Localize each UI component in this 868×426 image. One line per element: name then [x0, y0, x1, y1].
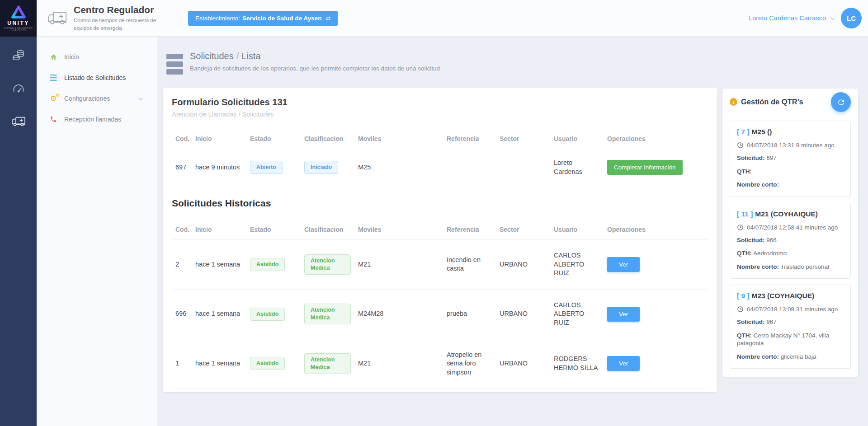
- cell-moviles: M21: [354, 339, 443, 389]
- column-header: Estado: [246, 221, 301, 240]
- table-row: 2 hace 1 semana Asistido Atencion Medica…: [172, 240, 708, 290]
- cell-usuario: Loreto Cardenas: [550, 149, 604, 186]
- breadcrumb-primary[interactable]: Solicitudes: [190, 51, 234, 61]
- column-header: Inicio: [192, 131, 246, 149]
- breadcrumb: Solicitudes/Lista Bandeja de solicitudes…: [166, 51, 440, 75]
- qtr-name: M25 (): [752, 128, 772, 136]
- cell-usuario: CARLOS ALBERTO RUIZ: [550, 240, 604, 290]
- nombre-corto-label: Nombre corto:: [737, 353, 779, 360]
- app-brand: Centro Regulador Control de tiempos de r…: [37, 5, 170, 32]
- clock-icon: [737, 224, 744, 231]
- avatar[interactable]: LC: [841, 8, 862, 28]
- table-row: 1 hace 1 semana Asistido Atencion Medica…: [172, 339, 708, 389]
- column-header: Estado: [246, 131, 301, 149]
- logo-text: UNITY: [7, 20, 29, 26]
- nombre-corto-value: Traslado personal: [781, 263, 830, 270]
- qtr-timestamp: 04/07/2018 13:09 31 minutes ago: [747, 306, 838, 313]
- cell-cod: 1: [172, 339, 192, 389]
- cell-moviles: M24M28: [354, 289, 443, 339]
- qth-label: QTH:: [737, 250, 752, 257]
- rail-gauge-icon[interactable]: [0, 80, 37, 98]
- classification-badge: Atencion Medica: [304, 254, 351, 275]
- solicitud-label: Solicitud:: [737, 237, 765, 243]
- complete-info-button[interactable]: Completar Información: [607, 160, 683, 175]
- qtr-panel-title: Gestión de QTR's: [741, 98, 803, 106]
- column-header: Usuario: [550, 221, 604, 240]
- table-row: 697 hace 9 minutos Abierto Iniciado M25 …: [172, 149, 708, 186]
- column-header: Moviles: [354, 131, 443, 149]
- establishment-badge[interactable]: Establecimiento: Servicio de Salud de Ay…: [188, 11, 338, 26]
- view-button[interactable]: Ver: [607, 356, 640, 371]
- qth-label: QTH:: [737, 168, 752, 175]
- home-icon: [48, 53, 58, 61]
- cell-usuario: CARLOS ALBERTO RUIZ: [550, 289, 604, 339]
- cell-cod: 2: [172, 240, 192, 290]
- qtr-count: [ 7 ]: [737, 128, 750, 136]
- cell-referencia: prueba: [443, 289, 496, 339]
- logo-subtext: SISTEMAS DE GESTIÓN UNIFICADOS: [0, 27, 37, 32]
- historic-solicitudes-table: Cod. Inicio Estado Clasificacion Moviles…: [172, 221, 708, 389]
- cell-inicio: hace 1 semana: [192, 240, 246, 290]
- list-icon: [48, 75, 58, 81]
- column-header: Clasificacion: [301, 221, 354, 240]
- classification-badge: Atencion Medica: [304, 304, 351, 324]
- main-content: Solicitudes/Lista Bandeja de solicitudes…: [157, 37, 868, 426]
- cell-referencia: Incendio en casita: [443, 240, 496, 290]
- rail-divider: [12, 105, 25, 105]
- view-button[interactable]: Ver: [607, 257, 640, 272]
- refresh-button[interactable]: [831, 92, 851, 112]
- cell-inicio: hace 1 semana: [192, 339, 246, 389]
- form-title: Formulario Solicitudes 131: [172, 97, 708, 108]
- phone-icon: [48, 116, 58, 123]
- qtr-count: [ 11 ]: [737, 210, 753, 218]
- sidebar-item-label: Recepción llamadas: [64, 116, 121, 123]
- history-title: Solicitudes Historicas: [172, 198, 708, 209]
- breadcrumb-separator: /: [236, 51, 239, 61]
- sidebar-item-recepcion-llamadas[interactable]: Recepción llamadas: [37, 109, 157, 130]
- rail-divider: [12, 72, 25, 72]
- column-header: Referencia: [443, 221, 496, 240]
- app-title: Centro Regulador: [74, 5, 170, 15]
- breadcrumb-description: Bandeja de solicitudes de los operarios,…: [190, 65, 440, 72]
- cell-sector: URBANO: [496, 240, 550, 290]
- solicitud-label: Solicitud:: [737, 154, 765, 161]
- rail-ambulance-icon[interactable]: [0, 112, 37, 131]
- gears-icon: ⚙⚙: [48, 95, 58, 103]
- sidebar-item-inicio[interactable]: Inicio: [37, 47, 157, 67]
- sidebar-item-configuraciones[interactable]: ⚙⚙ Configuraciones: [37, 88, 157, 109]
- column-header: Referencia: [443, 131, 496, 149]
- qtr-panel: i Gestión de QTR's [ 7 ]M25 () 04/07/201…: [722, 89, 858, 377]
- active-solicitudes-table: Cod. Inicio Estado Clasificacion Moviles…: [172, 131, 708, 186]
- cell-usuario: RODGERS HERMO SILLA: [550, 339, 604, 389]
- view-button[interactable]: Ver: [607, 307, 640, 322]
- qtr-card: [ 9 ]M23 (COYHAIQUE) 04/07/2018 13:09 31…: [730, 285, 851, 369]
- status-badge: Asistido: [250, 308, 285, 321]
- classification-badge: Iniciado: [304, 161, 338, 174]
- rail-coins-icon[interactable]: [0, 47, 37, 65]
- sidebar-item-listado-solicitudes[interactable]: Listado de Solicitudes: [37, 67, 157, 88]
- chevron-down-icon: [830, 15, 835, 20]
- breadcrumb-secondary: Lista: [241, 51, 260, 61]
- user-menu[interactable]: Loreto Cardenas Carrasco: [749, 14, 834, 22]
- column-header: Sector: [496, 131, 550, 149]
- cell-cod: 697: [172, 149, 192, 186]
- menu-bars-icon: [166, 51, 183, 75]
- qtr-timestamp: 04/07/2018 12:58 41 minutes ago: [747, 224, 838, 231]
- qtr-count: [ 9 ]: [737, 292, 750, 300]
- sidebar-item-label: Inicio: [64, 53, 79, 61]
- solicitud-value: 967: [766, 318, 777, 325]
- app-logo[interactable]: UNITY SISTEMAS DE GESTIÓN UNIFICADOS: [0, 0, 37, 37]
- top-header: Centro Regulador Control de tiempos de r…: [37, 0, 868, 37]
- sidebar-item-label: Configuraciones: [64, 95, 110, 102]
- cell-sector: [496, 149, 550, 186]
- refresh-icon: [837, 98, 845, 107]
- establishment-value: Servicio de Salud de Aysen: [242, 15, 321, 22]
- sidebar: Inicio Listado de Solicitudes ⚙⚙ Configu…: [37, 37, 157, 426]
- nombre-corto-value: glicemia baja: [781, 353, 816, 360]
- nombre-corto-label: Nombre corto:: [737, 181, 779, 188]
- cell-cod: 696: [172, 289, 192, 339]
- unity-logo-icon: [11, 5, 26, 19]
- cell-inicio: hace 9 minutos: [192, 149, 246, 186]
- column-header: Cod.: [172, 131, 192, 149]
- ambulance-icon: [47, 11, 67, 25]
